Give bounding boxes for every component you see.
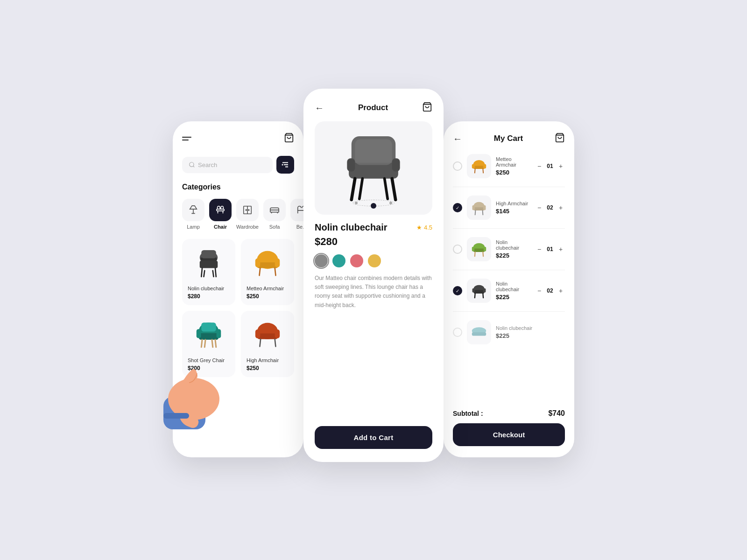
svg-line-63 (483, 169, 483, 173)
svg-rect-43 (255, 329, 260, 338)
subtotal-label: Subtotal : (453, 410, 483, 417)
color-teal[interactable] (332, 254, 345, 267)
cat-item-sofa[interactable]: Sofa (263, 199, 286, 230)
cart-checkbox-high[interactable] (453, 203, 462, 212)
cart-info-blue: Nolin clubechair $225 (496, 325, 565, 339)
svg-rect-59 (473, 166, 485, 169)
color-yellow[interactable] (368, 254, 381, 267)
svg-line-24 (213, 270, 214, 276)
svg-rect-61 (483, 164, 486, 168)
cart-bag-icon[interactable] (555, 133, 565, 145)
cart-img-nolin-green (467, 237, 491, 261)
product-img-metteo (247, 245, 289, 282)
bed-label: Be... (296, 224, 303, 230)
product-img-nolin-dark (188, 245, 230, 282)
svg-line-74 (475, 252, 475, 256)
lamp-icon-wrap (182, 199, 204, 221)
product-img-high-armchair (247, 316, 289, 354)
qty-plus-nolin-green[interactable]: + (557, 245, 565, 253)
wardrobe-icon-wrap (236, 199, 259, 221)
svg-rect-56 (392, 158, 400, 171)
svg-line-31 (275, 268, 276, 276)
cat-item-lamp[interactable]: Lamp (182, 199, 204, 230)
filter-button[interactable] (276, 156, 294, 174)
svg-rect-67 (483, 205, 486, 210)
cat-item-bed[interactable]: Be... (290, 199, 303, 230)
svg-point-5 (282, 164, 283, 166)
svg-line-81 (483, 294, 483, 298)
svg-point-13 (246, 210, 247, 210)
qty-plus-high[interactable]: + (557, 203, 565, 212)
categories-list: Lamp Chair (182, 199, 294, 230)
color-grey[interactable] (315, 254, 328, 267)
svg-rect-71 (473, 248, 485, 252)
checkout-button[interactable]: Checkout (453, 423, 565, 446)
chair-label: Chair (214, 224, 227, 230)
product-price-metteo: $250 (247, 293, 289, 300)
cart-name-blue: Nolin clubechair (496, 325, 565, 331)
svg-rect-8 (217, 209, 225, 211)
cart-info-nolin-dark: Nolin clubechair $225 (496, 281, 530, 301)
product-img-shot-grey (188, 316, 230, 354)
product-card-high-armchair[interactable]: High Armchair $250 (241, 311, 294, 377)
search-bar[interactable]: Search (182, 157, 273, 173)
qty-minus-metteo[interactable]: − (535, 162, 543, 170)
cart-item-metteo: Metteo Armchair $250 − 01 + (453, 154, 565, 178)
cart-qty-nolin-dark: − 02 + (535, 287, 565, 295)
wardrobe-label: Wardrobe (236, 224, 259, 230)
svg-line-69 (483, 210, 483, 215)
product-card-nolin-dark[interactable]: Nolin clubechair $280 (182, 239, 235, 305)
cart-checkbox-nolin-dark[interactable] (453, 286, 462, 295)
star-rating: ★ 4.5 (416, 224, 432, 231)
product-card-metteo[interactable]: Metteo Armchair $250 (241, 239, 294, 305)
cart-price-blue: $225 (496, 332, 565, 339)
svg-rect-55 (347, 158, 355, 171)
svg-rect-34 (197, 329, 201, 338)
cart-item-nolin-dark: Nolin clubechair $225 − 02 + (453, 279, 565, 303)
cart-item-high: High Armchair $145 − 02 + (453, 196, 565, 220)
qty-minus-high[interactable]: − (535, 203, 543, 212)
cart-img-high (467, 196, 491, 220)
cart-checkbox-blue[interactable] (453, 328, 462, 337)
search-placeholder: Search (198, 161, 217, 168)
svg-line-38 (204, 340, 205, 347)
qty-num-high: 02 (546, 204, 554, 211)
color-pink[interactable] (350, 254, 363, 267)
phone-product: ← Product (303, 89, 444, 462)
svg-rect-66 (472, 205, 475, 210)
cart-item-nolin-green: Nolin clubechair $225 − 01 + (453, 237, 565, 261)
lamp-label: Lamp (187, 224, 200, 230)
cat-item-wardrobe[interactable]: Wardrobe (236, 199, 259, 230)
svg-line-50 (352, 179, 355, 200)
svg-line-80 (475, 294, 475, 298)
svg-rect-60 (472, 164, 475, 168)
cart-info-metteo: Metteo Armchair $250 (496, 156, 530, 176)
cart-price-nolin-green: $225 (496, 252, 530, 259)
cart-icon-product[interactable] (422, 102, 432, 114)
cart-info-high: High Armchair $145 (496, 201, 530, 215)
qty-num-metteo: 01 (546, 163, 554, 169)
svg-rect-28 (255, 259, 261, 267)
bag-icon[interactable] (284, 133, 294, 145)
cat-item-chair[interactable]: Chair (209, 199, 232, 230)
rating-value: 4.5 (424, 224, 432, 231)
product-price-nolin: $280 (188, 293, 230, 300)
svg-rect-77 (474, 290, 485, 294)
qty-plus-nolin-dark[interactable]: + (557, 287, 565, 295)
svg-line-21 (201, 268, 202, 276)
qty-minus-nolin-dark[interactable]: − (535, 287, 543, 295)
cart-checkbox-nolin-green[interactable] (453, 245, 462, 254)
product-image-area (315, 121, 432, 215)
qty-minus-nolin-green[interactable]: − (535, 245, 543, 253)
back-button[interactable]: ← (315, 103, 324, 113)
svg-point-1 (190, 162, 194, 167)
svg-rect-49 (349, 163, 398, 179)
cart-back-button[interactable]: ← (453, 133, 462, 144)
qty-plus-metteo[interactable]: + (557, 162, 565, 170)
subtotal-value: $740 (548, 409, 565, 418)
add-to-cart-button[interactable]: Add to Cart (315, 426, 432, 449)
svg-line-23 (204, 270, 205, 276)
svg-line-46 (275, 339, 276, 347)
cart-checkbox-metteo[interactable] (453, 161, 462, 171)
hamburger-icon[interactable] (182, 137, 191, 140)
